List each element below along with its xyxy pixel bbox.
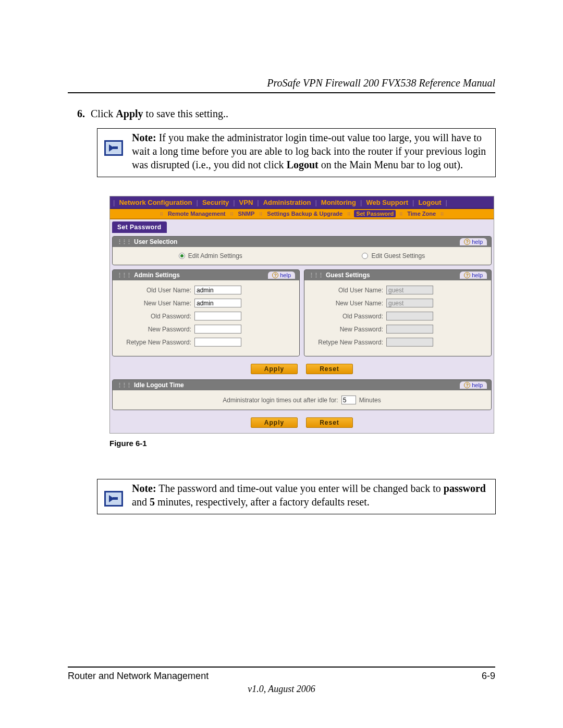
nav-network-configuration[interactable]: Network Configuration: [118, 199, 193, 206]
label-guest-new-user: New User Name:: [311, 300, 386, 307]
input-admin-new-pw[interactable]: [194, 325, 241, 334]
step-6: 6. Click Apply to save this setting..: [68, 108, 495, 120]
page-footer: Router and Network Management 6-9 v1.0, …: [68, 667, 495, 695]
note2-bold2: password: [444, 483, 486, 494]
label-guest-old-user: Old User Name:: [311, 287, 386, 294]
panel-title-idle: Idle Logout Time: [134, 381, 184, 389]
step-pre: Click: [91, 108, 116, 119]
nav-monitoring[interactable]: Monitoring: [320, 199, 357, 206]
main-nav: | Network Configuration| Security| VPN| …: [110, 196, 494, 209]
grip-icon: ⋮⋮⋮: [117, 382, 131, 389]
manual-title: ProSafe VPN Firewall 200 FVX538 Referenc…: [68, 77, 495, 89]
button-row-1: Apply Reset: [112, 361, 492, 375]
label-admin-old-pw: Old Password:: [119, 313, 194, 320]
panel-title-admin: Admin Settings: [134, 272, 180, 279]
footer-version: v1.0, August 2006: [68, 684, 495, 695]
radio-edit-guest[interactable]: Edit Guest Settings: [362, 252, 425, 260]
grip-icon: ⋮⋮⋮: [117, 272, 131, 279]
radio-icon-selected: [179, 253, 185, 259]
input-guest-old-user: [386, 286, 433, 294]
reset-button[interactable]: Reset: [306, 364, 353, 374]
radio-icon: [362, 253, 368, 259]
note-icon-wrap: [101, 131, 127, 171]
note-icon-wrap-2: [101, 482, 127, 509]
radio-edit-admin[interactable]: Edit Admin Settings: [179, 252, 242, 260]
help-text: help: [472, 239, 483, 245]
label-admin-new-pw: New Password:: [119, 326, 194, 333]
help-link-idle[interactable]: ?help: [460, 381, 487, 389]
panel-idle-logout: ⋮⋮⋮Idle Logout Time ?help Administrator …: [112, 379, 492, 410]
button-row-2: Apply Reset: [112, 414, 492, 429]
footer-page-number: 6-9: [482, 671, 495, 682]
reset-button-2[interactable]: Reset: [306, 417, 353, 428]
help-icon: ?: [464, 382, 470, 388]
help-text: help: [472, 272, 483, 278]
input-guest-new-pw: [386, 325, 433, 334]
tab-area: Set Password: [110, 219, 494, 233]
header-rule: [68, 92, 495, 93]
arrow-icon: [104, 491, 123, 507]
idle-label-pre: Administrator login times out after idle…: [223, 397, 338, 404]
note1-bold2: Logout: [287, 159, 319, 170]
input-admin-retype-pw[interactable]: [194, 338, 241, 347]
label-admin-retype-pw: Retype New Password:: [119, 339, 194, 346]
input-admin-new-user[interactable]: [194, 299, 241, 307]
input-admin-old-pw[interactable]: [194, 312, 241, 320]
note2-text1: The password and time-out value you ente…: [156, 483, 444, 494]
radio-label-guest: Edit Guest Settings: [371, 252, 425, 260]
help-icon: ?: [464, 272, 470, 278]
subnav-settings-backup-upgrade[interactable]: Settings Backup & Upgrade: [266, 211, 344, 217]
sub-nav: :: Remote Management:: SNMP:: Settings B…: [110, 209, 494, 219]
help-icon: ?: [272, 272, 278, 278]
footer-section: Router and Network Management: [68, 671, 209, 682]
nav-web-support[interactable]: Web Support: [365, 199, 409, 206]
arrow-icon: [104, 140, 123, 156]
input-idle-timeout[interactable]: [341, 396, 356, 404]
label-admin-new-user: New User Name:: [119, 300, 194, 307]
subnav-remote-management[interactable]: Remote Management: [167, 211, 227, 217]
note-box-1: Note: If you make the administrator logi…: [97, 128, 496, 177]
help-link-guest[interactable]: ?help: [460, 272, 487, 279]
note2-bold: Note:: [132, 483, 156, 494]
note2-bold3: 5: [150, 496, 155, 508]
note2-text3: minutes, respectively, after a factory d…: [155, 496, 370, 508]
note2-text2: and: [132, 496, 150, 508]
footer-rule: [68, 667, 495, 668]
tab-set-password[interactable]: Set Password: [112, 221, 167, 233]
panel-title-guest: Guest Settings: [326, 272, 370, 279]
subnav-time-zone[interactable]: Time Zone: [406, 211, 437, 217]
apply-button[interactable]: Apply: [251, 364, 298, 374]
panel-title-user-selection: User Selection: [134, 238, 177, 245]
panel-admin-settings: ⋮⋮⋮Admin Settings ?help Old User Name: N…: [112, 269, 300, 356]
input-admin-old-user[interactable]: [194, 286, 241, 294]
panel-user-selection: ⋮⋮⋮User Selection ?help Edit Admin Setti…: [112, 236, 492, 265]
nav-security[interactable]: Security: [201, 199, 230, 206]
note1-text2: on the Main Menu bar to log out).: [319, 159, 463, 170]
note-box-2: Note: The password and time-out value yo…: [97, 479, 496, 514]
label-guest-retype-pw: Retype New Password:: [311, 339, 386, 346]
subnav-snmp[interactable]: SNMP: [237, 211, 256, 217]
apply-button-2[interactable]: Apply: [251, 417, 298, 428]
idle-label-post: Minutes: [359, 397, 381, 404]
radio-label-admin: Edit Admin Settings: [188, 252, 242, 260]
nav-vpn[interactable]: VPN: [238, 199, 254, 206]
label-guest-old-pw: Old Password:: [311, 313, 386, 320]
help-text: help: [280, 272, 291, 278]
nav-logout[interactable]: Logout: [417, 199, 442, 206]
grip-icon: ⋮⋮⋮: [309, 272, 323, 279]
help-link-user-selection[interactable]: ?help: [460, 238, 487, 245]
subnav-set-password[interactable]: Set Password: [354, 210, 396, 217]
label-admin-old-user: Old User Name:: [119, 287, 194, 294]
help-link-admin[interactable]: ?help: [268, 272, 295, 279]
input-guest-retype-pw: [386, 338, 433, 347]
label-guest-new-pw: New Password:: [311, 326, 386, 333]
figure-caption: Figure 6-1: [109, 439, 495, 448]
grip-icon: ⋮⋮⋮: [117, 239, 131, 245]
router-ui-screenshot: | Network Configuration| Security| VPN| …: [109, 196, 494, 434]
step-bold: Apply: [116, 108, 143, 119]
content-body: ⋮⋮⋮User Selection ?help Edit Admin Setti…: [110, 233, 494, 433]
panel-guest-settings: ⋮⋮⋮Guest Settings ?help Old User Name: N…: [304, 269, 492, 356]
nav-administration[interactable]: Administration: [262, 199, 312, 206]
note1-bold: Note:: [132, 132, 156, 143]
help-icon: ?: [464, 239, 470, 245]
